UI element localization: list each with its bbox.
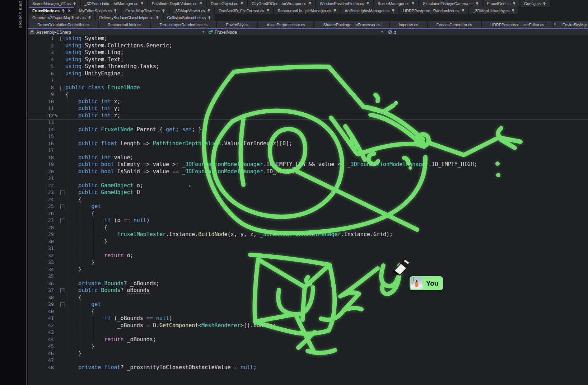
tab-scenemanager-02-cs[interactable]: SceneManager_02.cs (29, 0, 80, 7)
tab--3dmaphierarchy-cs[interactable]: _3DMapHierarchy.cs (469, 7, 518, 14)
project-dropdown-caret[interactable]: ▾ (202, 30, 204, 34)
pin-icon[interactable] (62, 9, 65, 13)
code-line-13[interactable]: 13 (28, 119, 588, 126)
tab-droneobject-cs[interactable]: DroneObject.cs (207, 0, 247, 7)
type-dropdown-caret[interactable]: ▾ (381, 30, 383, 34)
line-number[interactable]: 46 (28, 350, 54, 357)
fold-collapse-icon[interactable]: − (60, 288, 65, 293)
code-line-11[interactable]: 11 public int y; (28, 105, 588, 112)
code-line-27[interactable]: 27− if (o == null) (28, 217, 588, 224)
fold-collapse-icon[interactable]: − (60, 219, 65, 223)
code-line-9[interactable]: 9{ (28, 91, 588, 98)
fold-collapse-icon[interactable]: − (60, 205, 65, 209)
line-number[interactable]: 11 (28, 105, 54, 112)
tab-restauranthook-cs[interactable]: RestaurantHook.cs (99, 21, 150, 28)
pin-icon[interactable] (411, 1, 415, 6)
code-line-28[interactable]: 28 { (28, 224, 588, 231)
code-line-25[interactable]: 25− get (28, 203, 588, 210)
code-line-31[interactable]: 31 (28, 245, 588, 252)
line-number[interactable]: 48 (28, 364, 54, 371)
line-number[interactable]: 37 (28, 287, 54, 294)
tab-hdrppostproc-randomizer-cs[interactable]: HDRPPostproc...Randomizer.cs (400, 7, 468, 14)
code-line-17[interactable]: 17 (28, 147, 588, 154)
code-line-41[interactable]: 41 if (_oBounds == null) (28, 315, 588, 322)
line-number[interactable]: 42 (28, 322, 54, 329)
code-line-47[interactable]: 47 (28, 357, 588, 364)
line-number[interactable]: 20 (28, 168, 54, 175)
pin-icon[interactable] (512, 9, 515, 13)
pin-icon[interactable] (461, 9, 465, 13)
tab-fruxelnode-cs[interactable]: FruxelNode.cs✕ (29, 7, 74, 14)
line-number[interactable]: 35 (28, 273, 54, 280)
line-number[interactable]: 23 (28, 189, 54, 196)
code-line-48[interactable]: 48 private float? _proximityToClosestObs… (28, 364, 588, 371)
tab-fencesgenerator-cs[interactable]: FencesGenerator.cs (428, 21, 481, 28)
pin-icon[interactable] (114, 9, 117, 13)
line-number[interactable]: 3 (28, 49, 54, 56)
line-number[interactable]: 7 (28, 77, 54, 84)
line-number[interactable]: 41 (28, 315, 54, 322)
type-dropdown[interactable]: FruxelNode (215, 30, 237, 35)
tab-windowpositionfinder-cs[interactable]: WindowPositionFinder.cs (316, 0, 373, 7)
pin-icon[interactable] (207, 9, 210, 13)
pin-icon[interactable] (513, 1, 516, 6)
tab-scenemanager-cs[interactable]: SceneManager.cs (374, 0, 418, 7)
code-line-29[interactable]: 29 FruxelMapTester.Instance.BuildNode(x,… (28, 231, 588, 238)
code-line-40[interactable]: 40 { (28, 308, 588, 315)
line-number[interactable]: 34 (28, 266, 54, 273)
line-number[interactable]: 2 (28, 42, 54, 50)
pin-icon[interactable] (199, 1, 202, 6)
tab-importer-cs[interactable]: Importer.cs (390, 21, 426, 28)
code-line-19[interactable]: 19 public bool IsEmpty => value >= _3DFo… (28, 161, 588, 168)
line-number[interactable]: 4 (28, 56, 54, 64)
tab-onesec3d-fileformat-cs[interactable]: OneSec3D_FileFormat.cs (215, 7, 273, 14)
code-line-45[interactable]: 45 } (28, 343, 588, 350)
line-number[interactable]: 47 (28, 357, 54, 364)
code-line-2[interactable]: 2using System.Collections.Generic; (28, 42, 588, 50)
pin-icon[interactable] (88, 15, 91, 20)
line-number[interactable]: 39 (28, 301, 54, 308)
code-line-33[interactable]: 33 } (28, 259, 588, 266)
pin-icon[interactable] (162, 9, 165, 13)
line-number[interactable]: 1 (28, 35, 54, 42)
tab-citygen3dgen-torwrapper-cs[interactable]: CityGen3DGen...torWrapper.cs (248, 0, 315, 7)
pin-icon[interactable] (140, 1, 144, 6)
line-number[interactable]: 12 (28, 112, 54, 119)
pin-icon[interactable] (266, 9, 270, 13)
pin-icon[interactable] (366, 1, 369, 6)
code-line-6[interactable]: 6using UnityEngine; (28, 70, 588, 78)
tab-artificiallightsmanager-cs[interactable]: ArtificialLightsManager.cs (341, 7, 398, 14)
line-number[interactable]: 40 (28, 308, 54, 315)
code-line-4[interactable]: 4using System.Text; (28, 56, 588, 64)
pin-icon[interactable] (392, 9, 395, 13)
pin-icon[interactable] (333, 9, 336, 13)
line-number[interactable]: 13 (28, 119, 54, 126)
code-line-16[interactable]: 16 public float Length => PathfinderDept… (28, 140, 588, 147)
pin-icon[interactable] (208, 15, 211, 20)
code-line-12[interactable]: 12✎ public int z; (28, 112, 588, 119)
pin-icon[interactable] (476, 1, 479, 6)
code-line-21[interactable]: 21 (28, 175, 588, 182)
tab-deliverysurfaceclasshelper-cs[interactable]: DeliverySurfaceClassHelper.cs (96, 14, 163, 21)
tab-shaderpackage-stprocessor-cs[interactable]: ShaderPackage...stProcessor.cs (314, 21, 389, 28)
pin-icon[interactable] (156, 15, 159, 20)
line-number[interactable]: 36 (28, 280, 54, 287)
code-line-37[interactable]: 37− public Bounds? oBounds (28, 287, 588, 294)
code-line-14[interactable]: 14 public FruxelNode Parent { get; set; … (28, 126, 588, 133)
code-line-39[interactable]: 39− get (28, 301, 588, 308)
code-line-3[interactable]: 3using System.Linq; (28, 49, 588, 56)
code-line-35[interactable]: 35 (28, 273, 588, 280)
line-number[interactable]: 18 (28, 154, 54, 161)
pin-icon[interactable] (73, 1, 76, 6)
tab-pathfinderdepthvalues-cs[interactable]: PathfinderDepthValues.cs (148, 0, 206, 7)
code-line-32[interactable]: 32 return o; (28, 252, 588, 259)
tab-myeditorscripts-cs[interactable]: MyEditorScripts.cs (75, 7, 121, 14)
line-number[interactable]: 27 (28, 217, 54, 224)
tab--3dmapviewer-cs[interactable]: _3DMapViewer.cs (170, 7, 214, 14)
tab-enviroskymgr-cs[interactable]: EnviroSkyMgr.cs (554, 21, 588, 28)
line-number[interactable]: 21 (28, 175, 54, 182)
tab-droneorientationcontroller-cs[interactable]: DroneOrientationController.cs (29, 21, 98, 28)
tab--3dfoundatio-delmanager-cs[interactable]: _3DFoundatio...delManager.cs (81, 0, 147, 7)
tab-fruxelmaptester-cs[interactable]: FruxelMapTester.cs (122, 7, 168, 14)
code-line-44[interactable]: 44 return _oBounds; (28, 336, 588, 343)
